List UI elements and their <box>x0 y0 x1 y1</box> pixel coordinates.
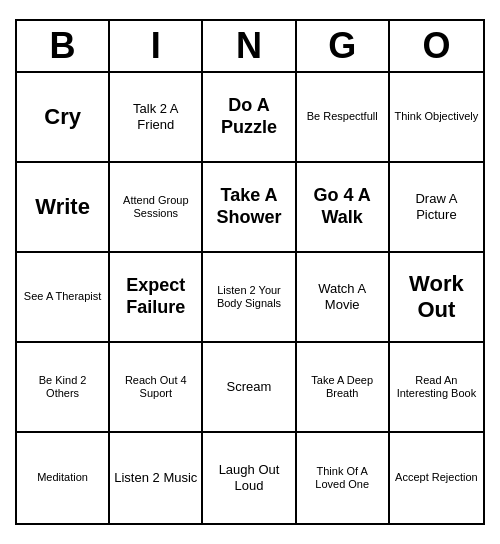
header-letter: B <box>17 21 110 71</box>
bingo-cell: Talk 2 A Friend <box>110 73 203 163</box>
header-letter: I <box>110 21 203 71</box>
bingo-cell: Laugh Out Loud <box>203 433 296 523</box>
bingo-cell: Watch A Movie <box>297 253 390 343</box>
header-letter: O <box>390 21 483 71</box>
header-letter: G <box>297 21 390 71</box>
bingo-cell: Do A Puzzle <box>203 73 296 163</box>
bingo-cell: Be Respectfull <box>297 73 390 163</box>
bingo-cell: Cry <box>17 73 110 163</box>
bingo-cell: See A Therapist <box>17 253 110 343</box>
bingo-grid: CryTalk 2 A FriendDo A PuzzleBe Respectf… <box>17 73 483 523</box>
bingo-cell: Listen 2 Music <box>110 433 203 523</box>
bingo-cell: Listen 2 Your Body Signals <box>203 253 296 343</box>
bingo-cell: Read An Interesting Book <box>390 343 483 433</box>
bingo-cell: Accept Rejection <box>390 433 483 523</box>
bingo-cell: Meditation <box>17 433 110 523</box>
bingo-cell: Write <box>17 163 110 253</box>
bingo-cell: Draw A Picture <box>390 163 483 253</box>
bingo-cell: Go 4 A Walk <box>297 163 390 253</box>
bingo-cell: Take A Deep Breath <box>297 343 390 433</box>
bingo-header: BINGO <box>17 21 483 73</box>
bingo-cell: Reach Out 4 Suport <box>110 343 203 433</box>
bingo-cell: Expect Failure <box>110 253 203 343</box>
bingo-cell: Think Objectively <box>390 73 483 163</box>
bingo-cell: Be Kind 2 Others <box>17 343 110 433</box>
bingo-cell: Think Of A Loved One <box>297 433 390 523</box>
bingo-cell: Attend Group Sessions <box>110 163 203 253</box>
bingo-cell: Scream <box>203 343 296 433</box>
bingo-cell: Take A Shower <box>203 163 296 253</box>
bingo-card: BINGO CryTalk 2 A FriendDo A PuzzleBe Re… <box>15 19 485 525</box>
header-letter: N <box>203 21 296 71</box>
bingo-cell: Work Out <box>390 253 483 343</box>
